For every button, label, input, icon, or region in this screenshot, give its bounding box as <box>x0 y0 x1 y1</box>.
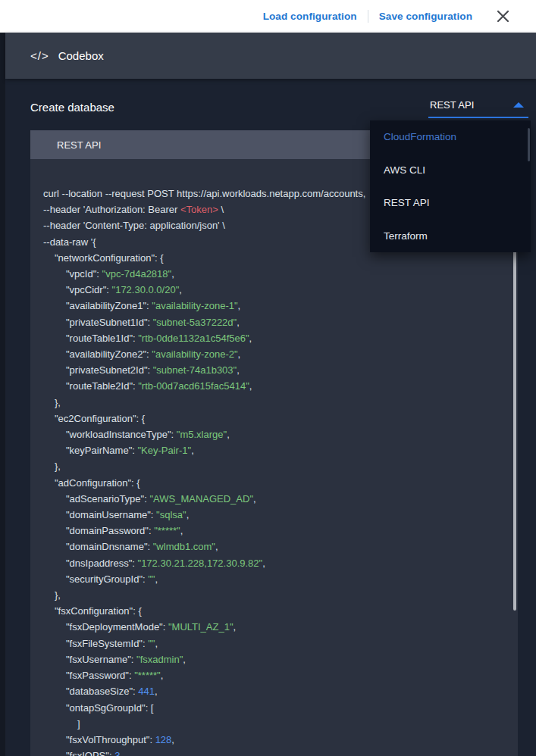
code-token-plain: "keyPairName": <box>66 445 137 456</box>
dropdown-scrollbar-thumb[interactable] <box>528 128 530 161</box>
code-line: "securityGroupId": "", <box>30 571 518 587</box>
code-token-plain: "ontapSgGroupId": [ <box>66 702 153 714</box>
code-line: }, <box>30 458 518 474</box>
code-line: "vpcCidr": "172.30.0.0/20", <box>30 282 518 298</box>
code-token-plain: "fsxVolThroughput": <box>66 734 155 745</box>
code-token-plain: curl --location --request POST https://a… <box>43 188 365 199</box>
format-dropdown-menu: CloudFormationAWS CLIREST APITerraform <box>370 120 531 252</box>
code-token-plain: "availabilityZone2": <box>66 348 152 360</box>
code-token-plain: , <box>155 573 158 585</box>
code-token-string: "AWS_MANAGED_AD" <box>149 493 253 505</box>
code-line: "ontapSgGroupId": [ <box>30 700 518 716</box>
code-token-plain: "routeTable2Id": <box>66 380 138 392</box>
code-token-plain: , <box>237 364 240 376</box>
code-token-plain: }, <box>55 461 61 472</box>
code-line: "ec2Configuration": { <box>30 411 518 426</box>
code-token-string: "rtb-00d7acd615fac5414" <box>138 380 249 392</box>
code-token-string: "vpc-7d4a2818" <box>102 268 172 280</box>
code-token-plain: , <box>238 348 241 360</box>
code-token-plain: "fsxConfiguration": { <box>55 605 142 617</box>
code-token-plain: "databaseSize": <box>66 686 138 697</box>
code-token-string: "fsxadmin" <box>136 654 183 665</box>
dropdown-item-terraform[interactable]: Terraform <box>370 220 531 253</box>
code-line: "domainDnsname": "wlmdb1.com", <box>30 539 518 555</box>
code-tab-label: REST API <box>57 139 101 151</box>
save-configuration-link[interactable]: Save configuration <box>379 11 472 22</box>
codebox-title: Codebox <box>58 49 104 62</box>
code-token-string: "wlmdb1.com" <box>153 541 215 552</box>
code-line: "adScenarioType": "AWS_MANAGED_AD", <box>30 491 518 507</box>
code-token-plain: , <box>237 317 240 328</box>
code-token-plain: "workloadInstanceType": <box>66 429 177 440</box>
code-token-plain: , <box>249 333 252 344</box>
code-token-string: "availability-zone-2" <box>152 348 237 360</box>
code-token-plain: "adConfiguration": { <box>55 477 140 489</box>
code-token-plain: , <box>238 300 241 311</box>
code-token-plain: --header 'Content-Type: application/json… <box>43 220 225 231</box>
code-token-string: "MULTI_AZ_1" <box>168 621 234 633</box>
code-token-string: "m5.xlarge" <box>177 429 227 440</box>
code-line: "domainUsername": "sqlsa", <box>30 507 518 523</box>
dropdown-item-aws-cli[interactable]: AWS CLI <box>370 154 531 187</box>
code-line: "workloadInstanceType": "m5.xlarge", <box>30 426 518 442</box>
code-line: }, <box>30 587 518 603</box>
code-token-plain: , <box>171 268 174 280</box>
code-token-plain: , <box>161 670 164 681</box>
code-line: "domainPassword": "*****", <box>30 523 518 539</box>
code-token-plain: , <box>227 429 230 440</box>
code-token-plain: ] <box>77 718 80 729</box>
code-token-plain: --header 'Authorization: Bearer <box>43 204 180 215</box>
code-line: "fsxFileSystemId": "", <box>30 636 518 651</box>
code-token-plain: "networkConfiguration": { <box>55 252 164 264</box>
page-title: Create database <box>30 101 114 114</box>
format-selector[interactable]: REST API <box>428 93 528 118</box>
code-token-string: "rtb-0dde1132a1c54f5e6" <box>138 333 249 344</box>
code-token-string: "subnet-5a37222d" <box>153 317 237 328</box>
codebox-header: </> Codebox <box>5 33 536 79</box>
load-configuration-link[interactable]: Load configuration <box>263 11 357 22</box>
code-token-plain: "fsxIOPS": <box>66 750 114 756</box>
close-icon[interactable] <box>495 9 510 24</box>
code-token-string: "172.30.0.0/20" <box>112 284 180 295</box>
code-line: "fsxUsername": "fsxadmin", <box>30 651 518 667</box>
code-token-plain: , <box>187 509 190 520</box>
code-line: "fsxConfiguration": { <box>30 603 518 619</box>
code-token-plain: , <box>155 686 158 697</box>
code-token-plain: "fsxFileSystemId": <box>66 638 148 649</box>
code-token-plain: , <box>234 621 237 633</box>
code-line: "availabilityZone2": "availability-zone-… <box>30 346 518 362</box>
format-selector-value: REST API <box>430 99 474 111</box>
code-token-plain: "dnsIpaddress": <box>66 558 138 569</box>
code-token-plain: "domainDnsname": <box>66 541 153 552</box>
code-token-plain: "vpcId": <box>66 268 102 280</box>
code-line: "privateSubnet2Id": "subnet-74a1b303", <box>30 362 518 378</box>
code-token-plain: , <box>179 284 182 295</box>
code-token-plain: , <box>180 525 183 536</box>
code-line: "databaseSize": 441, <box>30 683 518 699</box>
code-token-plain: , <box>183 654 186 665</box>
code-token-plain: }, <box>55 397 61 408</box>
code-token-plain: , <box>215 541 218 552</box>
code-line: "fsxVolThroughput": 128, <box>30 732 518 748</box>
code-token-plain: \ <box>218 204 224 215</box>
code-token-plain: --data-raw '{ <box>43 236 96 248</box>
code-token-string: "availability-zone-1" <box>152 300 237 311</box>
code-token-plain: , <box>120 750 123 756</box>
code-line: "keyPairName": "Key-Pair-1", <box>30 442 518 458</box>
dropdown-item-rest-api[interactable]: REST API <box>370 186 531 220</box>
code-token-plain: "domainPassword": <box>66 525 154 536</box>
code-token-number: 441 <box>138 686 155 697</box>
code-token-string: "172.30.21.228,172.30.9.82" <box>138 558 263 569</box>
code-token-plain: "ec2Configuration": { <box>55 413 145 424</box>
code-token-plain: , <box>155 638 158 649</box>
code-token-string: "*****" <box>154 525 180 536</box>
code-token-plain: "vpcCidr": <box>66 284 112 295</box>
code-token-plain: "fsxDeploymentMode": <box>66 621 168 633</box>
top-bar: Load configuration Save configuration <box>0 0 536 33</box>
code-line: }, <box>30 395 518 411</box>
code-token-string: "subnet-74a1b303" <box>153 364 237 376</box>
code-line: "fsxDeploymentMode": "MULTI_AZ_1", <box>30 619 518 635</box>
dropdown-item-cloudformation[interactable]: CloudFormation <box>370 120 531 154</box>
code-token-plain: "privateSubnet2Id": <box>66 364 153 376</box>
code-line: "routeTable1Id": "rtb-0dde1132a1c54f5e6"… <box>30 330 518 346</box>
